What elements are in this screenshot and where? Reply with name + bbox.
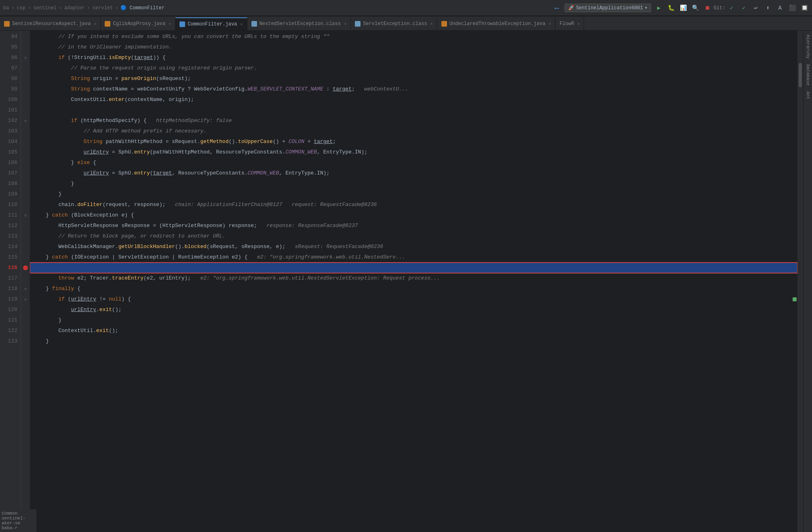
keyword-catch: catch — [52, 252, 68, 263]
gutter-119: ◇ — [21, 294, 30, 305]
scrollbar-thumb[interactable] — [799, 63, 802, 87]
java-file-icon — [441, 21, 447, 27]
line-num-107: 107 — [0, 168, 21, 179]
sidebar-tab-ant[interactable]: Ant — [805, 89, 811, 102]
code-text: (target)) { — [131, 53, 166, 63]
constant: WEB_SERVLET_CONTEXT_NAME — [248, 84, 323, 95]
tab-sentinel-resource-aspect[interactable]: SentinelResourceAspect.java ✕ — [0, 17, 101, 30]
line-num-116: 116 — [0, 263, 21, 273]
fold-icon[interactable]: ◇ — [24, 286, 27, 291]
gutter-96: ◇ — [21, 53, 30, 63]
code-line-117: throw e2; — [30, 273, 797, 284]
tab-nested-servlet-exception[interactable]: NestedServletException.class ✕ — [247, 17, 351, 30]
code-line-101 — [30, 105, 797, 116]
method-call: entry — [134, 168, 150, 179]
toolbar-arrow-btn[interactable]: ⟵ — [553, 4, 561, 13]
code-text: } — [33, 210, 52, 221]
git-push-btn[interactable]: ⬆ — [763, 4, 772, 13]
class-file-icon — [251, 21, 257, 27]
run-config-label: SentinelApplication6001 — [576, 5, 643, 11]
tab-label: ServletException.class — [363, 21, 427, 27]
toolbar: ba › csp › sentinel › adapter › servlet … — [0, 0, 812, 16]
tab-common-filter[interactable]: CommonFilter.java ✕ — [175, 17, 247, 30]
tab-cglib-aop-proxy[interactable]: CglibAopProxy.java ✕ — [101, 17, 175, 30]
fold-icon[interactable]: ◇ — [24, 297, 27, 302]
breadcrumb-item[interactable]: servlet — [93, 5, 113, 11]
close-icon[interactable]: ✕ — [344, 21, 346, 26]
tab-undeclared-throwable[interactable]: UndeclaredThrowableException.java ✕ — [437, 17, 556, 30]
green-indicator — [793, 297, 797, 301]
code-line-116[interactable]: Tracer.traceEntry(e2, urlEntry); e2: "or… — [30, 263, 797, 273]
stop-button[interactable]: ⏹ — [703, 4, 712, 13]
code-lines[interactable]: // If you intend to exclude some URLs, y… — [30, 31, 797, 532]
run-button[interactable]: ▶ — [654, 4, 663, 13]
line-num-103: 103 — [0, 126, 21, 137]
close-icon[interactable]: ✕ — [94, 21, 96, 26]
sidebar-tab-hierarchy[interactable]: Hierarchy — [805, 32, 811, 61]
sidebar-tab-database[interactable]: Database — [805, 62, 811, 88]
close-icon[interactable]: ✕ — [240, 22, 243, 27]
gutter-118: ◇ — [21, 284, 30, 294]
bottom-label-aker: aker-se — [2, 521, 35, 526]
gutter-97 — [21, 63, 30, 74]
profile-button[interactable]: 🔍 — [691, 4, 700, 13]
fold-icon[interactable]: ◇ — [24, 55, 27, 60]
line-num-119: 119 — [0, 294, 21, 305]
tab-label: SentinelResourceAspect.java — [12, 21, 91, 27]
close-icon[interactable]: ✕ — [548, 21, 551, 26]
line-num-113: 113 — [0, 231, 21, 242]
code-line-108: } — [30, 179, 797, 189]
java-file-icon — [105, 21, 110, 27]
code-line-111: } catch (BlockException e) { — [30, 210, 797, 221]
fold-icon[interactable]: ◇ — [24, 118, 27, 123]
line-num-121: 121 — [0, 315, 21, 326]
bottom-label-common: Common — [2, 511, 35, 516]
code-text: { — [90, 158, 96, 168]
line-num-98: 98 — [0, 74, 21, 84]
code-line-115: } catch (IOException | ServletException … — [30, 252, 797, 263]
breadcrumb-item[interactable]: 🔵 CommonFilter — [120, 5, 165, 11]
breakpoint-icon[interactable] — [23, 265, 28, 270]
bottom-label-baba: baba-r — [2, 526, 35, 530]
vertical-scrollbar[interactable] — [797, 31, 803, 532]
gutter-115 — [21, 252, 30, 263]
gutter-99 — [21, 84, 30, 95]
var-urlentry: urlEntry — [71, 294, 96, 305]
code-text: } — [33, 158, 77, 168]
method-call: getMethod — [200, 137, 228, 147]
editor-area[interactable]: 94 95 96 97 98 99 100 101 102 103 104 10… — [0, 31, 803, 532]
breadcrumb-item[interactable]: sentinel — [33, 5, 57, 11]
code-text: } — [33, 315, 61, 326]
main-area: 94 95 96 97 98 99 100 101 102 103 104 10… — [0, 31, 812, 532]
close-icon[interactable]: ✕ — [169, 21, 171, 26]
code-text: ContextUtil. — [33, 95, 109, 105]
font-btn[interactable]: A — [776, 4, 785, 13]
line-num-110: 110 — [0, 200, 21, 210]
layout-btn1[interactable]: ⬛ — [788, 4, 797, 13]
gutter-108 — [21, 179, 30, 189]
layout-btn2[interactable]: 🔲 — [800, 4, 809, 13]
line-num-111: 111 — [0, 210, 21, 221]
git-sync-btn[interactable]: ✓ — [739, 4, 748, 13]
code-text: (sRequest); — [156, 74, 191, 84]
code-text: (target, ResourceTypeConstants. — [150, 168, 248, 179]
breadcrumb-item[interactable]: csp — [17, 5, 26, 11]
line-num-114: 114 — [0, 242, 21, 252]
code-text: , EntryType.IN); — [317, 147, 367, 158]
tab-servlet-exception[interactable]: ServletException.class ✕ — [351, 17, 437, 30]
code-text — [33, 273, 58, 284]
fold-icon[interactable]: ◇ — [24, 213, 27, 218]
code-line-100: ContextUtil.enter(contextName, origin); — [30, 95, 797, 105]
close-icon[interactable]: ✕ — [430, 21, 433, 26]
git-check-btn[interactable]: ✓ — [727, 4, 736, 13]
coverage-button[interactable]: 📊 — [679, 4, 688, 13]
debug-button[interactable]: 🐛 — [666, 4, 675, 13]
bottom-label-sentinel: sentinel- — [2, 516, 35, 521]
run-config-selector[interactable]: 🚀 SentinelApplication6001 ▾ — [565, 4, 651, 12]
keyword-null: null — [109, 294, 121, 305]
tab-flow-r[interactable]: FlowR ✕ — [555, 17, 584, 30]
close-icon[interactable]: ✕ — [577, 21, 580, 26]
breadcrumb-item[interactable]: adapter — [64, 5, 84, 11]
git-update-btn[interactable]: ↩ — [751, 4, 760, 13]
breadcrumb-item[interactable]: ba — [3, 5, 9, 11]
